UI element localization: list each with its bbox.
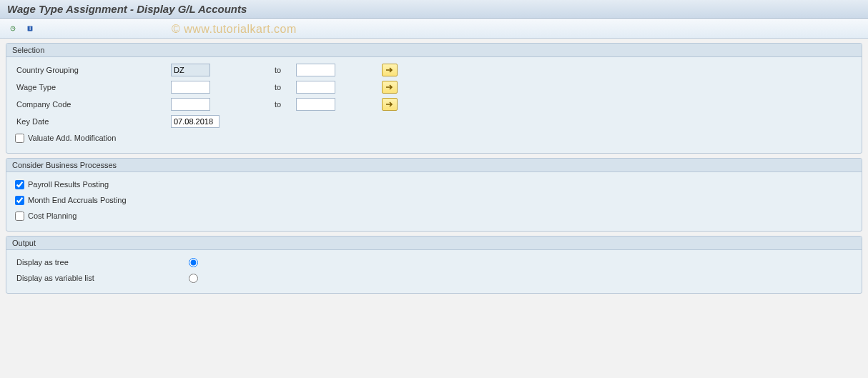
info-icon: i (27, 24, 33, 34)
execute-button[interactable] (6, 21, 20, 36)
label-month-end-posting: Month End Accruals Posting (28, 196, 127, 204)
input-country-grouping-from[interactable] (171, 64, 210, 76)
svg-line-2 (13, 29, 14, 29)
row-cost-planning: Cost Planning (14, 208, 854, 224)
row-payroll-posting: Payroll Results Posting (14, 176, 854, 192)
row-wage-type: Wage Type to (14, 79, 854, 96)
selection-group: Selection Country Grouping to Wage Type … (6, 43, 862, 154)
row-key-date: Key Date (14, 113, 854, 130)
row-country-grouping: Country Grouping to (14, 61, 854, 79)
multiple-selection-country-button[interactable] (382, 64, 398, 76)
row-display-tree: Display as tree (14, 254, 854, 270)
arrow-right-icon (385, 84, 394, 91)
to-label-country: to (275, 66, 296, 74)
label-cost-planning: Cost Planning (28, 212, 77, 220)
to-label-company: to (275, 100, 296, 109)
radio-display-list[interactable] (189, 274, 198, 283)
window-title-bar: Wage Type Assignment - Display G/L Accou… (0, 0, 868, 19)
row-month-end: Month End Accruals Posting (14, 192, 854, 208)
svg-text:i: i (29, 26, 31, 31)
label-country-grouping: Country Grouping (14, 66, 171, 74)
output-group: Output Display as tree Display as variab… (6, 236, 862, 294)
page-title: Wage Type Assignment - Display G/L Accou… (7, 3, 247, 15)
checkbox-cost-planning[interactable] (15, 212, 24, 221)
multiple-selection-wage-button[interactable] (382, 81, 398, 94)
arrow-right-icon (385, 101, 394, 108)
info-button[interactable]: i (23, 21, 37, 36)
row-display-list: Display as variable list (14, 270, 854, 286)
selection-group-title: Selection (6, 44, 862, 57)
content-area: Selection Country Grouping to Wage Type … (0, 39, 868, 302)
label-display-list: Display as variable list (14, 274, 189, 282)
input-company-code-from[interactable] (171, 98, 210, 111)
label-company-code: Company Code (14, 100, 171, 109)
label-payroll-posting: Payroll Results Posting (28, 180, 109, 189)
input-wage-type-from[interactable] (171, 81, 210, 94)
processes-group-title: Consider Business Processes (6, 159, 862, 172)
row-company-code: Company Code to (14, 96, 854, 113)
to-label-wage: to (275, 83, 296, 91)
label-wage-type: Wage Type (14, 83, 171, 91)
checkbox-valuate-add-modification[interactable] (15, 134, 24, 143)
execute-icon (10, 23, 16, 34)
output-group-title: Output (6, 237, 862, 250)
input-company-code-to[interactable] (296, 98, 335, 111)
input-country-grouping-to[interactable] (296, 64, 335, 76)
label-display-tree: Display as tree (14, 258, 189, 267)
label-key-date: Key Date (14, 117, 171, 126)
label-valuate: Valuate Add. Modification (28, 134, 116, 142)
radio-display-tree[interactable] (189, 258, 198, 267)
row-valuate: Valuate Add. Modification (14, 130, 854, 146)
processes-group: Consider Business Processes Payroll Resu… (6, 158, 862, 232)
checkbox-month-end-posting[interactable] (15, 196, 24, 205)
checkbox-payroll-posting[interactable] (15, 180, 24, 189)
input-wage-type-to[interactable] (296, 81, 335, 94)
toolbar: i (0, 19, 868, 39)
multiple-selection-company-button[interactable] (382, 98, 398, 111)
input-key-date[interactable] (171, 115, 220, 128)
arrow-right-icon (385, 66, 394, 74)
